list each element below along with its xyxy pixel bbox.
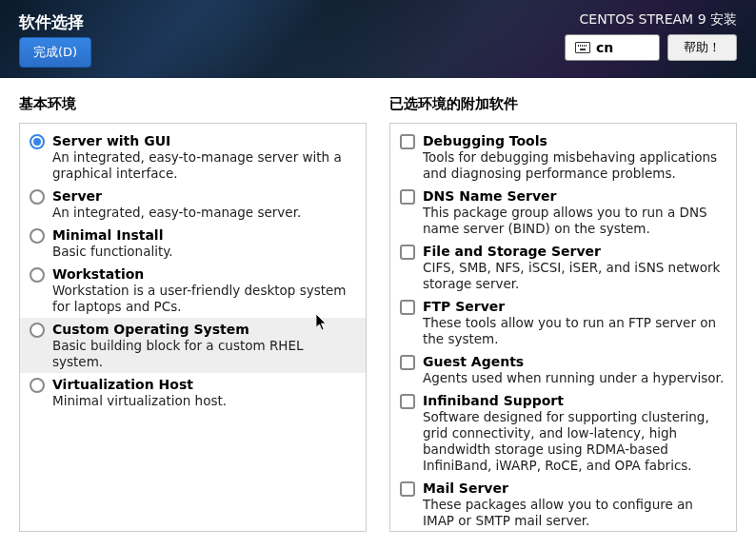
- option-description: This package group allows you to run a D…: [423, 205, 726, 237]
- environment-option[interactable]: Server with GUI An integrated, easy-to-m…: [20, 129, 366, 185]
- radio-button[interactable]: [30, 323, 45, 338]
- addons-list[interactable]: Debugging Tools Tools for debugging misb…: [389, 123, 737, 532]
- addon-option[interactable]: Infiniband Support Software designed for…: [390, 389, 736, 477]
- option-title: Workstation: [52, 265, 356, 283]
- addon-option[interactable]: Mail Server These packages allow you to …: [390, 477, 736, 532]
- base-environment-panel: 基本环境 Server with GUI An integrated, easy…: [19, 95, 367, 532]
- checkbox[interactable]: [400, 189, 415, 205]
- option-description: Minimal virtualization host.: [52, 393, 356, 409]
- option-description: Tools for debugging misbehaving applicat…: [423, 149, 726, 182]
- option-title: Server with GUI: [52, 132, 356, 149]
- checkbox[interactable]: [400, 134, 415, 149]
- option-title: Debugging Tools: [423, 132, 726, 149]
- environment-option[interactable]: Workstation Workstation is a user-friend…: [20, 263, 366, 318]
- option-title: Minimal Install: [52, 226, 356, 244]
- radio-button[interactable]: [30, 267, 45, 283]
- addon-option[interactable]: Guest Agents Agents used when running un…: [390, 350, 736, 389]
- option-title: Guest Agents: [423, 353, 726, 370]
- option-description: Agents used when running under a hypervi…: [423, 370, 726, 386]
- option-title: Server: [52, 187, 356, 205]
- checkbox[interactable]: [400, 394, 415, 409]
- radio-button[interactable]: [30, 378, 45, 393]
- keyboard-layout-label: cn: [596, 40, 613, 55]
- option-description: An integrated, easy-to-manage server.: [52, 205, 356, 221]
- option-title: FTP Server: [423, 298, 726, 315]
- option-description: Basic building block for a custom RHEL s…: [52, 338, 356, 370]
- environment-option[interactable]: Virtualization Host Minimal virtualizati…: [20, 373, 366, 412]
- checkbox[interactable]: [400, 300, 415, 315]
- option-description: Basic functionality.: [52, 244, 356, 260]
- addon-option[interactable]: DNS Name Server This package group allow…: [390, 185, 736, 240]
- done-button[interactable]: 完成(D): [19, 37, 91, 68]
- checkbox[interactable]: [400, 245, 415, 260]
- option-description: These packages allow you to configure an…: [423, 497, 726, 529]
- addons-panel: 已选环境的附加软件 Debugging Tools Tools for debu…: [389, 95, 737, 532]
- radio-button[interactable]: [30, 228, 45, 244]
- option-description: Software designed for supporting cluster…: [423, 409, 726, 474]
- checkbox[interactable]: [400, 481, 415, 497]
- base-environment-title: 基本环境: [19, 95, 367, 113]
- option-title: Mail Server: [423, 480, 726, 497]
- checkbox[interactable]: [400, 355, 415, 370]
- header-bar: 软件选择 完成(D) CENTOS STREAM 9 安装 cn 帮助！: [0, 0, 756, 78]
- installer-title: CENTOS STREAM 9 安装: [580, 11, 737, 29]
- addon-option[interactable]: Network File System Client: [390, 531, 736, 532]
- option-title: File and Storage Server: [423, 243, 726, 260]
- page-title: 软件选择: [19, 11, 91, 33]
- option-description: Workstation is a user-friendly desktop s…: [52, 283, 356, 315]
- addon-option[interactable]: File and Storage Server CIFS, SMB, NFS, …: [390, 240, 736, 295]
- addons-title: 已选环境的附加软件: [389, 95, 737, 113]
- option-description: CIFS, SMB, NFS, iSCSI, iSER, and iSNS ne…: [423, 260, 726, 292]
- option-description: An integrated, easy-to-manage server wit…: [52, 149, 356, 182]
- addon-option[interactable]: FTP Server These tools allow you to run …: [390, 295, 736, 350]
- keyboard-layout-selector[interactable]: cn: [565, 34, 660, 61]
- option-title: Virtualization Host: [52, 376, 356, 393]
- addon-option[interactable]: Debugging Tools Tools for debugging misb…: [390, 129, 736, 185]
- option-title: Infiniband Support: [423, 392, 726, 409]
- environment-option[interactable]: Server An integrated, easy-to-manage ser…: [20, 185, 366, 224]
- base-environment-list[interactable]: Server with GUI An integrated, easy-to-m…: [19, 123, 367, 532]
- option-title: Custom Operating System: [52, 321, 356, 338]
- environment-option[interactable]: Custom Operating System Basic building b…: [20, 318, 366, 373]
- option-title: DNS Name Server: [423, 187, 726, 205]
- keyboard-icon: [575, 42, 590, 53]
- environment-option[interactable]: Minimal Install Basic functionality.: [20, 224, 366, 263]
- radio-button[interactable]: [30, 189, 45, 205]
- radio-button[interactable]: [30, 134, 45, 149]
- option-description: These tools allow you to run an FTP serv…: [423, 315, 726, 347]
- help-button[interactable]: 帮助！: [667, 34, 737, 61]
